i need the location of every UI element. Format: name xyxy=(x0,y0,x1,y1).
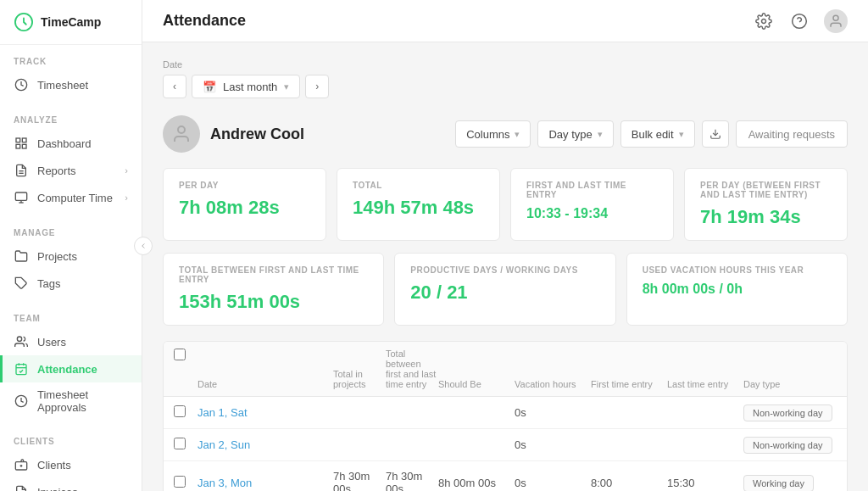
stat-value-vacation: 8h 00m 00s / 0h xyxy=(643,282,832,297)
sidebar-collapse-button[interactable] xyxy=(134,237,153,255)
section-label-manage: MANAGE xyxy=(0,228,142,243)
stat-label-total-between: TOTAL BETWEEN FIRST AND LAST TIME ENTRY xyxy=(179,265,368,284)
computer-time-chevron: › xyxy=(125,192,128,203)
row-checkbox-2[interactable] xyxy=(174,476,186,488)
reports-chevron: › xyxy=(125,165,128,176)
sidebar-item-invoices[interactable]: Invoices xyxy=(0,478,142,491)
day-type-chevron: ▾ xyxy=(598,129,603,140)
row-checkbox-1[interactable] xyxy=(174,438,186,449)
help-icon[interactable] xyxy=(788,10,810,32)
header-actions xyxy=(753,9,848,33)
date-link-0[interactable]: Jan 1, Sat xyxy=(198,406,248,419)
app-logo: TimeCamp xyxy=(0,0,142,45)
sidebar-section-manage: MANAGE Projects Tags xyxy=(0,216,142,302)
svg-point-12 xyxy=(17,337,21,341)
invoices-icon xyxy=(14,484,29,491)
svg-rect-4 xyxy=(16,144,20,148)
stats-row-1: PER DAY 7h 08m 28s TOTAL 149h 57m 48s FI… xyxy=(163,168,848,241)
date-current-value: Last month xyxy=(223,81,277,93)
columns-dropdown[interactable]: Columns ▾ xyxy=(455,120,531,148)
date-prev-button[interactable]: ‹ xyxy=(163,75,186,98)
stat-card-vacation: USED VACATION HOURS THIS YEAR 8h 00m 00s… xyxy=(626,253,848,326)
cell-day-type-1: Non-working day xyxy=(743,438,837,451)
approvals-icon xyxy=(14,393,29,409)
svg-rect-2 xyxy=(16,138,20,142)
stat-value-per-day: 7h 08m 28s xyxy=(179,197,310,219)
user-avatar-header[interactable] xyxy=(824,9,848,33)
table-row: Jan 2, Sun 0s Non-working day xyxy=(164,429,847,461)
cell-vacation-2: 0s xyxy=(515,477,591,489)
sidebar-item-reports[interactable]: Reports › xyxy=(0,157,142,184)
user-action-buttons: Columns ▾ Day type ▾ Bulk edit ▾ Awaitin… xyxy=(455,120,848,148)
page-header: Attendance xyxy=(142,0,868,42)
stat-card-per-day-between: PER DAY (BETWEEN FIRST AND LAST TIME ENT… xyxy=(684,168,848,241)
section-label-analyze: ANALYZE xyxy=(0,115,142,130)
sidebar-item-tags[interactable]: Tags xyxy=(0,270,142,297)
logo-text: TimeCamp xyxy=(41,15,101,29)
svg-point-25 xyxy=(178,126,185,133)
date-picker-button[interactable]: 📅 Last month ▾ xyxy=(192,75,300,98)
cell-total-between-2: 7h 30m 00s xyxy=(386,470,438,491)
sidebar-item-users[interactable]: Users xyxy=(0,328,142,355)
page-title: Attendance xyxy=(163,12,246,30)
download-button[interactable] xyxy=(702,120,729,148)
projects-icon xyxy=(14,248,29,264)
sidebar-item-attendance[interactable]: Attendance xyxy=(0,355,142,382)
col-last-entry: Last time entry xyxy=(667,349,743,389)
attendance-icon xyxy=(14,361,29,377)
svg-rect-3 xyxy=(22,138,26,142)
svg-rect-5 xyxy=(22,144,26,148)
settings-icon[interactable] xyxy=(753,10,775,32)
stat-label-vacation: USED VACATION HOURS THIS YEAR xyxy=(643,265,832,275)
stat-card-per-day: PER DAY 7h 08m 28s xyxy=(163,168,326,241)
stat-label-per-day: PER DAY xyxy=(179,181,310,190)
stat-label-per-day-between: PER DAY (BETWEEN FIRST AND LAST TIME ENT… xyxy=(700,181,832,199)
date-link-1[interactable]: Jan 2, Sun xyxy=(198,438,250,451)
sidebar-item-computer-time[interactable]: Computer Time › xyxy=(0,184,142,211)
sidebar-item-timesheet-approvals[interactable]: Timesheet Approvals xyxy=(0,382,142,420)
bulk-edit-chevron: ▾ xyxy=(679,129,684,140)
stat-value-first-last: 10:33 - 19:34 xyxy=(526,206,658,221)
stat-value-total-between: 153h 51m 00s xyxy=(179,291,368,313)
col-vacation: Vacation hours xyxy=(515,349,591,389)
col-day-type: Day type xyxy=(743,349,837,389)
stat-label-first-last: FIRST AND LAST TIME ENTRY xyxy=(526,181,658,199)
cell-first-entry-2: 8:00 xyxy=(591,477,667,489)
date-next-button[interactable]: › xyxy=(305,75,329,98)
user-avatar xyxy=(163,115,200,153)
stat-value-productive-days: 20 / 21 xyxy=(410,282,599,304)
svg-point-24 xyxy=(833,15,838,20)
table-row: Jan 1, Sat 0s Non-working day xyxy=(164,397,847,429)
stat-label-total: TOTAL xyxy=(353,181,484,190)
select-all-checkbox[interactable] xyxy=(174,349,186,360)
col-first-entry: First time entry xyxy=(591,349,667,389)
computer-icon xyxy=(14,190,29,205)
attendance-table: Date Total in projects Total between fir… xyxy=(163,341,848,491)
date-link-2[interactable]: Jan 3, Mon xyxy=(198,477,252,489)
date-filter-section: Date ‹ 📅 Last month ▾ › xyxy=(163,59,848,98)
sidebar-item-timesheet[interactable]: Timesheet xyxy=(0,71,142,98)
user-header: Andrew Cool Columns ▾ Day type ▾ Bulk ed… xyxy=(163,115,848,153)
day-type-dropdown[interactable]: Day type ▾ xyxy=(537,120,613,148)
users-icon xyxy=(14,334,29,349)
svg-rect-13 xyxy=(16,365,26,375)
columns-chevron: ▾ xyxy=(515,129,520,140)
cell-vacation-0: 0s xyxy=(515,406,591,419)
awaiting-requests-button[interactable]: Awaiting requests xyxy=(736,120,848,148)
row-checkbox-0[interactable] xyxy=(174,405,186,417)
calendar-icon: 📅 xyxy=(203,81,216,93)
stat-value-total: 149h 57m 48s xyxy=(353,197,484,219)
stat-card-total: TOTAL 149h 57m 48s xyxy=(337,168,500,241)
logo-icon xyxy=(14,12,34,32)
sidebar-item-dashboard[interactable]: Dashboard xyxy=(0,130,142,157)
col-date: Date xyxy=(198,349,333,389)
date-label: Date xyxy=(163,59,848,70)
bulk-edit-dropdown[interactable]: Bulk edit ▾ xyxy=(620,120,695,148)
table-row: Jan 3, Mon 7h 30m 00s 7h 30m 00s 8h 00m … xyxy=(164,461,847,491)
sidebar-item-clients[interactable]: Clients xyxy=(0,451,142,478)
stat-label-productive-days: PRODUCTIVE DAYS / WORKING DAYS xyxy=(410,265,599,275)
date-nav: ‹ 📅 Last month ▾ › xyxy=(163,75,848,98)
dashboard-icon xyxy=(14,136,29,151)
reports-icon xyxy=(14,163,29,178)
sidebar-item-projects[interactable]: Projects xyxy=(0,243,142,270)
